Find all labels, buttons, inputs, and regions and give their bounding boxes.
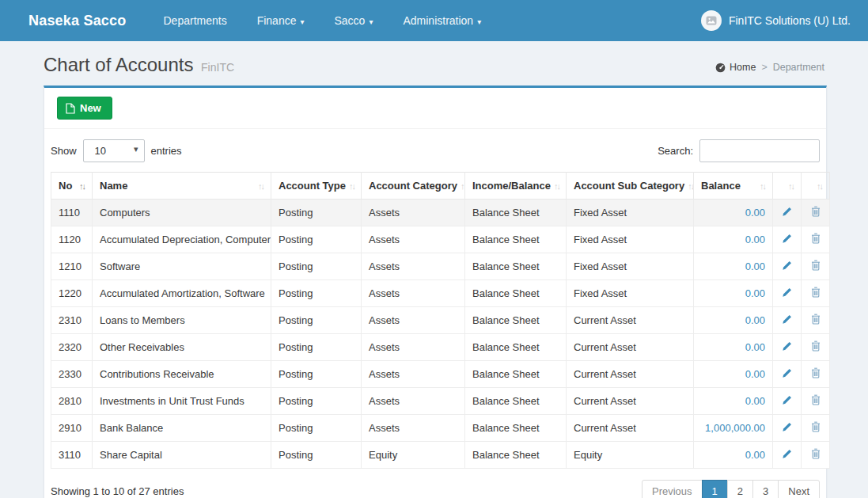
edit-icon[interactable] [782,449,792,459]
cell-sub-category: Current Asset [567,415,694,442]
cell-account-category: Assets [362,253,465,280]
page-length-select[interactable]: 10 [83,139,145,162]
chevron-down-icon: ▾ [477,17,481,26]
delete-icon[interactable] [811,421,821,432]
column-label: Name [100,180,127,192]
delete-icon[interactable] [811,340,821,352]
balance-link[interactable]: 0.00 [745,260,765,272]
breadcrumb-separator: > [761,62,767,73]
nav-item-sacco[interactable]: Sacco ▾ [320,0,389,41]
balance-link[interactable]: 0.00 [745,341,765,353]
cell-name: Investments in Unit Trust Funds [93,388,271,415]
table-row: 3110 Share Capital Posting Equity Balanc… [51,442,830,469]
pagination-page-3[interactable]: 3 [752,480,779,498]
image-placeholder-icon [706,16,717,25]
delete-icon[interactable] [811,394,821,405]
balance-link[interactable]: 0.00 [745,207,765,219]
balance-link[interactable]: 0.00 [745,449,765,461]
new-button[interactable]: New [57,97,112,120]
cell-name: Accumulated Depreciation, Computers [93,226,271,253]
delete-icon[interactable] [811,314,821,325]
delete-icon[interactable] [811,287,821,298]
cell-edit [773,200,802,226]
cell-name: Contributions Receivable [93,361,271,388]
edit-icon[interactable] [782,368,792,378]
edit-icon[interactable] [782,207,792,217]
chart-of-accounts-panel: New Show 10 ▾ entries Search: N [44,86,827,498]
edit-icon[interactable] [782,341,792,352]
cell-edit [773,226,802,253]
delete-icon[interactable] [811,233,821,244]
cell-edit [773,388,802,415]
column-header-edit[interactable]: ↑↓ [773,173,802,200]
nav-item-label: Departments [164,14,227,27]
edit-icon[interactable] [782,287,792,298]
column-label: Account Sub Category [574,180,684,192]
table-footer: Showing 1 to 10 of 27 entries Previous 1… [44,469,826,498]
nav-item-finance[interactable]: Finance ▾ [242,0,320,41]
table-row: 1210 Software Posting Assets Balance She… [51,253,830,280]
balance-link[interactable]: 0.00 [745,368,765,380]
column-header-delete[interactable]: ↑↓ [802,173,830,200]
balance-link[interactable]: 0.00 [745,287,765,299]
column-header-account-category[interactable]: Account Category ↑↓ [362,173,465,200]
page-title-group: Chart of Accounts FinITC [44,54,234,76]
column-header-balance[interactable]: Balance ↑↓ [694,173,773,200]
balance-link[interactable]: 0.00 [745,314,765,326]
cell-account-type: Posting [271,226,362,253]
nav-item-administration[interactable]: Administration ▾ [388,0,496,41]
cell-income-balance: Balance Sheet [465,388,567,415]
delete-icon[interactable] [811,367,821,378]
cell-no: 2810 [51,388,93,415]
balance-link[interactable]: 0.00 [745,395,765,407]
cell-no: 1120 [51,226,93,253]
pagination-page-1[interactable]: 1 [702,480,728,498]
search-input[interactable] [699,139,820,162]
column-header-account-type[interactable]: Account Type ↑↓ [271,173,362,200]
edit-icon[interactable] [782,422,792,432]
delete-icon[interactable] [811,448,821,459]
page-title: Chart of Accounts [44,54,193,75]
column-header-name[interactable]: Name ↑↓ [93,173,271,200]
sort-icon: ↑↓ [760,181,765,191]
brand-link[interactable]: Naseka Sacco [0,13,149,29]
breadcrumb-home-link[interactable]: Home [715,62,756,73]
cell-sub-category: Equity [567,442,694,469]
nav-item-label: Administration [403,14,473,27]
cell-balance: 0.00 [694,442,773,469]
cell-income-balance: Balance Sheet [465,200,567,226]
cell-no: 1110 [51,200,93,226]
search-label: Search: [658,145,693,157]
nav-item-departments[interactable]: Departments [149,0,242,41]
sort-icon: ↑↓ [817,181,822,191]
cell-account-category: Assets [362,388,465,415]
balance-link[interactable]: 1,000,000.00 [705,422,765,434]
delete-icon[interactable] [811,206,821,217]
column-header-sub-category[interactable]: Account Sub Category ↑↓ [567,173,694,200]
cell-no: 2330 [51,361,93,388]
user-menu[interactable]: FinITC Solutions (U) Ltd. [701,10,851,31]
pagination-previous[interactable]: Previous [642,480,703,498]
pagination-next[interactable]: Next [778,480,820,498]
cell-name: Software [93,253,271,280]
column-header-no[interactable]: No ↑↓ [51,173,93,200]
edit-icon[interactable] [782,314,792,325]
column-label: Balance [701,180,741,192]
column-header-income-balance[interactable]: Income/Balance ↑↓ [465,173,567,200]
page-length-group: Show 10 ▾ entries [51,139,182,162]
delete-icon[interactable] [811,260,821,271]
edit-icon[interactable] [782,395,792,405]
balance-link[interactable]: 0.00 [745,234,765,245]
cell-name: Computers [93,200,271,226]
edit-icon[interactable] [782,234,792,244]
new-file-icon [66,103,75,114]
edit-icon[interactable] [782,260,792,271]
user-name-label: FinITC Solutions (U) Ltd. [729,14,851,27]
column-label: Income/Balance [472,180,551,192]
cell-account-category: Assets [362,307,465,334]
chevron-down-icon: ▾ [369,17,373,26]
cell-account-type: Posting [271,253,362,280]
cell-sub-category: Current Asset [567,307,694,334]
dashboard-icon [715,63,726,73]
pagination-page-2[interactable]: 2 [727,480,753,498]
